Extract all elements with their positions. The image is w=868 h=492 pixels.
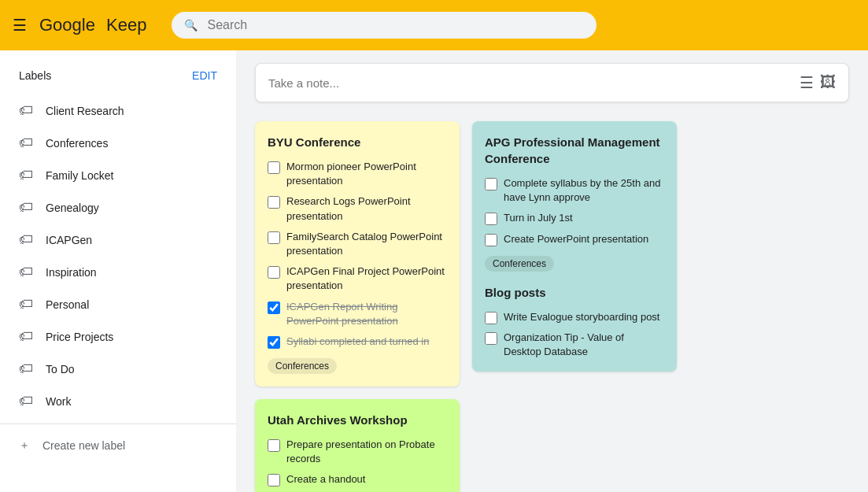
note-card-utah-archives[interactable]: Utah Archives Workshop Prepare presentat…	[255, 399, 460, 492]
checklist-label: FamilySearch Catalog PowerPoint presenta…	[286, 230, 447, 258]
checklist-item: Research Logs PowerPoint presentation	[268, 194, 447, 223]
sidebar-item-work[interactable]: 🏷 Work	[0, 385, 223, 417]
notes-grid: BYU Conference Mormon pioneer PowerPoint…	[255, 121, 849, 492]
label-icon: 🏷	[19, 167, 33, 183]
checklist-item: Mormon pioneer PowerPoint presentation	[268, 160, 447, 188]
checklist-checkbox[interactable]	[268, 336, 280, 349]
main-content: ☰ 🖼 BYU Conference Mormon pioneer PowerP…	[236, 50, 868, 492]
checklist-checkbox[interactable]	[268, 439, 280, 452]
logo-keep: Keep	[106, 15, 146, 35]
sidebar-item-to-do[interactable]: 🏷 To Do	[0, 353, 223, 385]
label-icon: 🏷	[19, 393, 33, 409]
checklist-checkbox[interactable]	[268, 474, 280, 486]
menu-icon[interactable]: ☰	[13, 16, 27, 35]
checklist-label: Organization Tip - Value of Desktop Data…	[504, 331, 664, 359]
sidebar-item-inspiration[interactable]: 🏷 Inspiration	[0, 256, 223, 288]
checklist-label: Create PowerPoint presentation	[504, 232, 648, 246]
checklist-label: Syllabi completed and turned in	[286, 335, 429, 349]
checklist-item: Create PowerPoint presentation	[485, 232, 664, 246]
note-title: Blog posts	[485, 284, 664, 301]
sidebar-item-genealogy[interactable]: 🏷 Genealogy	[0, 191, 223, 224]
sidebar-labels-heading: Labels	[19, 69, 51, 82]
add-icon: ＋	[19, 438, 30, 453]
app-header: ☰ Google Keep 🔍	[0, 0, 868, 50]
note-tag-conferences[interactable]: Conferences	[268, 358, 337, 374]
list-view-icon[interactable]: ☰	[800, 73, 814, 92]
sidebar: Labels EDIT 🏷 Client Research 🏷 Conferen…	[0, 50, 236, 492]
checklist-label: Complete syllabus by the 25th and have L…	[504, 176, 664, 205]
note-tag-conferences[interactable]: Conferences	[485, 256, 554, 272]
checklist-item-checked: Syllabi completed and turned in	[268, 335, 447, 349]
sidebar-item-label: Family Locket	[46, 169, 113, 182]
sidebar-item-label: Work	[46, 395, 71, 408]
label-icon: 🏷	[19, 296, 33, 313]
sidebar-header: Labels EDIT	[0, 63, 236, 88]
checklist-item-checked: ICAPGen Report Writing PowerPoint presen…	[268, 300, 447, 328]
search-icon: 🔍	[184, 19, 198, 31]
checklist-checkbox[interactable]	[268, 301, 280, 314]
checklist-checkbox[interactable]	[485, 213, 497, 225]
sidebar-item-client-research[interactable]: 🏷 Client Research	[0, 94, 223, 127]
sidebar-item-conferences[interactable]: 🏷 Conferences	[0, 127, 223, 159]
sidebar-item-family-locket[interactable]: 🏷 Family Locket	[0, 159, 223, 191]
checklist-checkbox[interactable]	[268, 161, 280, 174]
checklist-checkbox[interactable]	[268, 196, 280, 209]
sidebar-item-label: ICAPGen	[46, 234, 92, 246]
take-note-actions: ☰ 🖼	[800, 73, 836, 92]
sidebar-item-icapgen[interactable]: 🏷 ICAPGen	[0, 224, 223, 256]
checklist-item: Organization Tip - Value of Desktop Data…	[485, 331, 664, 359]
create-label-text: Create new label	[42, 439, 125, 452]
note-checklist: Write Evalogue storyboarding post Organi…	[485, 310, 664, 360]
checklist-label: Mormon pioneer PowerPoint presentation	[286, 160, 447, 188]
checklist-checkbox[interactable]	[485, 312, 497, 324]
sidebar-item-price-projects[interactable]: 🏷 Price Projects	[0, 320, 223, 353]
sidebar-item-label: Conferences	[46, 137, 108, 150]
sidebar-item-label: Genealogy	[46, 202, 99, 214]
checklist-label: ICAPGen Report Writing PowerPoint presen…	[286, 300, 447, 328]
note-checklist: Complete syllabus by the 25th and have L…	[485, 176, 664, 246]
checklist-item: Turn in July 1st	[485, 211, 664, 225]
checklist-label: Turn in July 1st	[504, 211, 573, 225]
note-checklist: Mormon pioneer PowerPoint presentation R…	[268, 160, 447, 349]
logo-google: Google	[39, 15, 95, 35]
label-icon: 🏷	[19, 102, 33, 119]
note-title: BYU Conference	[268, 134, 447, 150]
checklist-item: Create a handout	[268, 472, 447, 486]
image-upload-icon[interactable]: 🖼	[820, 73, 836, 92]
checklist-label: ICAPGen Final Project PowerPoint present…	[286, 264, 447, 293]
checklist-checkbox[interactable]	[268, 266, 280, 279]
label-icon: 🏷	[19, 264, 33, 280]
checklist-label: Prepare presentation on Probate records	[286, 438, 447, 466]
checklist-item: FamilySearch Catalog PowerPoint presenta…	[268, 230, 447, 258]
checklist-checkbox[interactable]	[485, 332, 497, 345]
label-icon: 🏷	[19, 135, 33, 151]
sidebar-edit-button[interactable]: EDIT	[192, 69, 217, 82]
sidebar-item-label: Inspiration	[46, 266, 97, 279]
note-card-apg-conference[interactable]: APG Professional Management Conference C…	[472, 121, 677, 372]
search-bar[interactable]: 🔍	[172, 12, 597, 39]
label-icon: 🏷	[19, 361, 33, 377]
note-card-byu-conference[interactable]: BYU Conference Mormon pioneer PowerPoint…	[255, 121, 460, 387]
sidebar-item-label: Client Research	[46, 105, 124, 117]
note-title: APG Professional Management Conference	[485, 134, 664, 167]
note-checklist: Prepare presentation on Probate records …	[268, 438, 447, 487]
checklist-item: ICAPGen Final Project PowerPoint present…	[268, 264, 447, 293]
label-icon: 🏷	[19, 199, 33, 216]
checklist-checkbox[interactable]	[485, 178, 497, 191]
checklist-item: Write Evalogue storyboarding post	[485, 310, 664, 324]
search-input[interactable]	[207, 18, 584, 32]
checklist-label: Write Evalogue storyboarding post	[504, 310, 659, 324]
take-note-bar[interactable]: ☰ 🖼	[255, 63, 849, 102]
sidebar-item-personal[interactable]: 🏷 Personal	[0, 288, 223, 320]
note-card-blog-posts[interactable]: Blog posts Write Evalogue storyboarding …	[485, 284, 664, 360]
checklist-item: Complete syllabus by the 25th and have L…	[485, 176, 664, 205]
checklist-label: Research Logs PowerPoint presentation	[286, 194, 447, 223]
checklist-checkbox[interactable]	[485, 234, 497, 246]
take-note-input[interactable]	[268, 76, 793, 90]
checklist-label: Create a handout	[286, 472, 365, 486]
app-layout: Labels EDIT 🏷 Client Research 🏷 Conferen…	[0, 50, 868, 492]
create-label-button[interactable]: ＋ Create new label	[0, 431, 236, 461]
checklist-item: Prepare presentation on Probate records	[268, 438, 447, 466]
checklist-checkbox[interactable]	[268, 231, 280, 244]
note-title: Utah Archives Workshop	[268, 412, 447, 428]
